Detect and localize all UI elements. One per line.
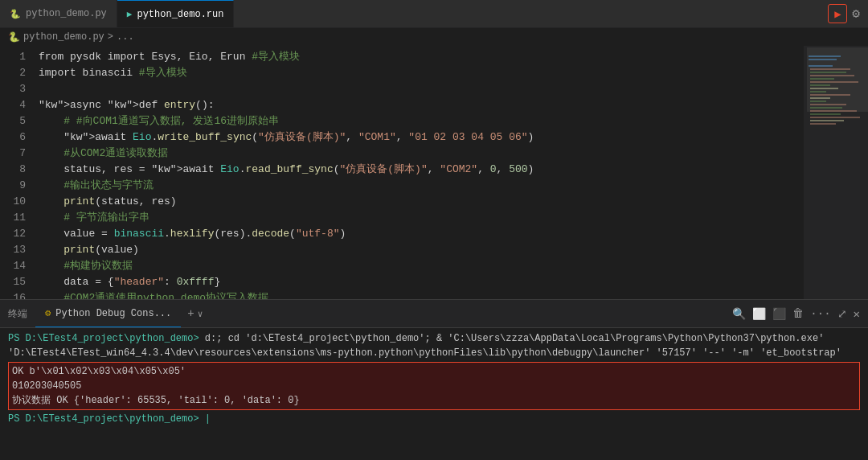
svg-rect-8: [810, 84, 830, 86]
tab-python-demo-run[interactable]: ▶ python_demo.run: [117, 0, 235, 27]
svg-rect-7: [810, 81, 858, 83]
terminal-output-box: OK b'\x01\x02\x03\x04\x05\x05' 010203040…: [8, 362, 860, 410]
toolbar-right: ▶ ⚙: [820, 4, 868, 23]
expand-icon[interactable]: ⤢: [837, 307, 847, 321]
code-line: print(status, res): [32, 194, 804, 210]
run-file-icon: ▶: [127, 9, 133, 19]
svg-rect-14: [810, 104, 846, 105]
settings-icon[interactable]: ⚙: [852, 6, 860, 22]
code-content[interactable]: from pysdk import Esys, Eio, Erun #导入模块i…: [32, 46, 804, 299]
terminal-line-prompt: PS D:\ETest4_project\python_demo> |: [8, 412, 860, 426]
close-icon[interactable]: ✕: [854, 307, 860, 321]
tab-label-py: python_demo.py: [26, 8, 107, 19]
split-icon[interactable]: ⬜: [752, 307, 766, 321]
terminal-add-button[interactable]: + ∨: [181, 307, 209, 320]
search-icon[interactable]: 🔍: [732, 307, 746, 321]
code-line: from pysdk import Esys, Eio, Erun #导入模块: [32, 49, 804, 65]
svg-rect-16: [810, 110, 857, 112]
trash-icon[interactable]: 🗑: [792, 307, 804, 320]
code-line: import binascii #导入模块: [32, 65, 804, 81]
svg-rect-11: [810, 94, 850, 96]
svg-rect-10: [810, 91, 826, 92]
code-line: #从COM2通道读取数据: [32, 146, 804, 162]
code-line: [32, 81, 804, 97]
svg-rect-9: [810, 88, 838, 89]
svg-rect-18: [810, 117, 860, 118]
code-line: "kw">async "kw">def entry():: [32, 97, 804, 113]
add-icon: +: [187, 307, 194, 320]
maximize-icon[interactable]: ⬛: [772, 307, 786, 321]
terminal-path-2: PS D:\ETest4_project\python_demo> |: [8, 413, 211, 425]
code-line: status, res = "kw">await Eio.read_buff_s…: [32, 162, 804, 178]
code-line: print(value): [32, 242, 804, 258]
add-dropdown-icon[interactable]: ∨: [198, 309, 203, 319]
terminal-tab-label: Python Debug Cons...: [55, 308, 171, 319]
minimap-inner: [807, 46, 868, 299]
terminal-line-cmd: PS D:\ETest4_project\python_demo> d:; cd…: [8, 331, 860, 360]
code-line: #COM2通道使用python_demo协议写入数据: [32, 290, 804, 299]
breadcrumb-file[interactable]: python_demo.py: [23, 31, 104, 43]
editor-area: 123456789101112131415161718192021 from p…: [0, 46, 868, 299]
breadcrumb-py-icon: 🐍: [8, 31, 20, 43]
code-line: # #向COM1通道写入数据, 发送16进制原始串: [32, 113, 804, 129]
terminal-tab-python-debug[interactable]: ⚙ Python Debug Cons...: [35, 300, 181, 327]
svg-rect-15: [810, 107, 842, 109]
code-line: value = binascii.hexlify(res).decode("ut…: [32, 226, 804, 242]
tab-python-demo-py[interactable]: 🐍 python_demo.py: [0, 0, 117, 27]
terminal-area: 终端 ⚙ Python Debug Cons... + ∨ 🔍 ⬜ ⬛ 🗑 ··…: [0, 299, 868, 460]
minimap: [804, 46, 868, 299]
terminal-icons-right: 🔍 ⬜ ⬛ 🗑 ··· ⤢ ✕: [724, 307, 868, 321]
code-line: #构建协议数据: [32, 258, 804, 274]
terminal-path-1: PS D:\ETest4_project\python_demo>: [8, 333, 199, 344]
more-icon[interactable]: ···: [810, 307, 830, 320]
breadcrumb-rest: ...: [117, 31, 134, 43]
terminal-tab-bar: 终端 ⚙ Python Debug Cons... + ∨ 🔍 ⬜ ⬛ 🗑 ··…: [0, 300, 868, 328]
svg-rect-3: [810, 68, 850, 70]
svg-rect-6: [810, 78, 834, 80]
run-button[interactable]: ▶: [828, 4, 847, 23]
terminal-content[interactable]: PS D:\ETest4_project\python_demo> d:; cd…: [0, 328, 868, 460]
svg-rect-4: [810, 72, 846, 73]
line-numbers: 123456789101112131415161718192021: [0, 46, 32, 299]
code-line: #输出状态与字节流: [32, 178, 804, 194]
gear-icon: ⚙: [45, 307, 51, 319]
svg-rect-5: [810, 75, 854, 76]
svg-rect-1: [809, 59, 837, 60]
svg-rect-20: [810, 123, 836, 125]
code-line: "kw">await Eio.write_buff_sync("仿真设备(脚本)…: [32, 129, 804, 146]
breadcrumb: 🐍 python_demo.py > ...: [0, 28, 868, 46]
python-file-icon: 🐍: [10, 9, 21, 19]
tab-bar: 🐍 python_demo.py ▶ python_demo.run ▶ ⚙: [0, 0, 868, 28]
svg-rect-12: [810, 97, 830, 99]
terminal-label: 终端: [0, 307, 35, 321]
svg-rect-19: [810, 120, 844, 121]
code-line: # 字节流输出字串: [32, 210, 804, 226]
code-line: data = {"header": 0xffff}: [32, 274, 804, 290]
svg-rect-17: [810, 113, 841, 115]
svg-rect-2: [809, 65, 833, 67]
svg-rect-13: [810, 101, 826, 102]
svg-rect-0: [809, 55, 841, 57]
tab-label-run: python_demo.run: [137, 9, 223, 20]
breadcrumb-sep: >: [108, 31, 113, 43]
